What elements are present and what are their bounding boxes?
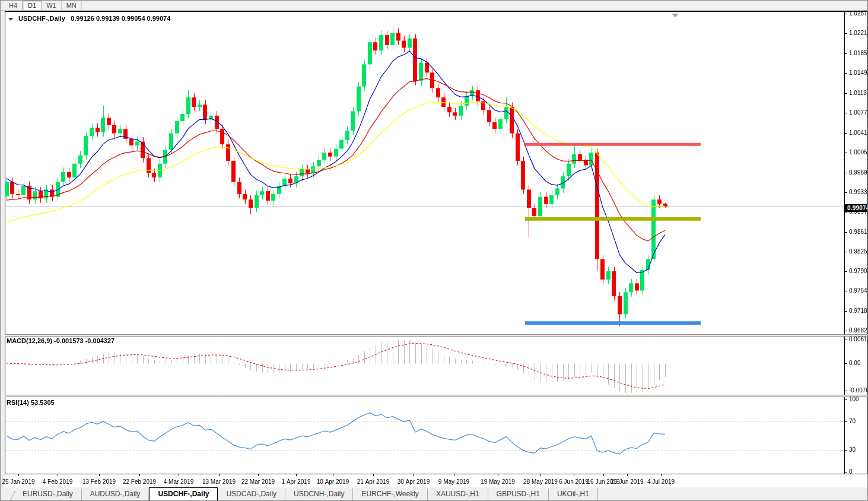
timeframe-toolbar: H4D1W1MN [1,1,867,11]
chart-tab-ukoil-h1[interactable]: UKOil-,H1 [549,489,598,500]
chart-title-symbol: USDCHF-,Daily [18,15,65,22]
price-chart-canvas[interactable] [1,1,868,501]
chart-title: USDCHF-,Daily 0.99126 0.99139 0.99054 0.… [8,15,170,22]
chart-tab-eurusd-daily[interactable]: EURUSD-,Daily [14,489,82,500]
chart-tab-xauusd-h1[interactable]: XAUUSD-,H1 [428,489,488,500]
chart-tab-gbpusd-h1[interactable]: GBPUSD-,H1 [488,489,549,500]
timeframe-button-d1[interactable]: D1 [23,1,42,11]
chart-tab-bar: EURUSD-,DailyAUDUSD-,DailyUSDCHF-,DailyU… [1,487,867,500]
timeframe-button-w1[interactable]: W1 [42,1,62,10]
mt4-chart-window: H4D1W1MN USDCHF-,Daily 0.99126 0.99139 0… [0,0,868,501]
symbol-dropdown-icon[interactable] [8,18,13,21]
macd-indicator-label: MACD(12,26,9) -0.001573 -0.004327 [7,337,115,344]
chart-tab-usdchf-daily[interactable]: USDCHF-,Daily [149,487,218,500]
chart-tab-usdcnh-daily[interactable]: USDCNH-,Daily [285,489,353,500]
chart-title-ohlc: 0.99126 0.99139 0.99054 0.99074 [71,15,170,22]
chart-tab-usdcad-daily[interactable]: USDCAD-,Daily [218,489,285,500]
timeframe-button-h4[interactable]: H4 [4,1,23,10]
current-price-tag: 0.99074 [845,204,868,212]
rsi-indicator-label: RSI(14) 53.5305 [7,399,55,406]
chart-tab-audusd-daily[interactable]: AUDUSD-,Daily [82,489,150,500]
timeframe-button-mn[interactable]: MN [62,1,82,10]
chart-tab-eurchf-weekly[interactable]: EURCHF-,Weekly [353,489,427,500]
